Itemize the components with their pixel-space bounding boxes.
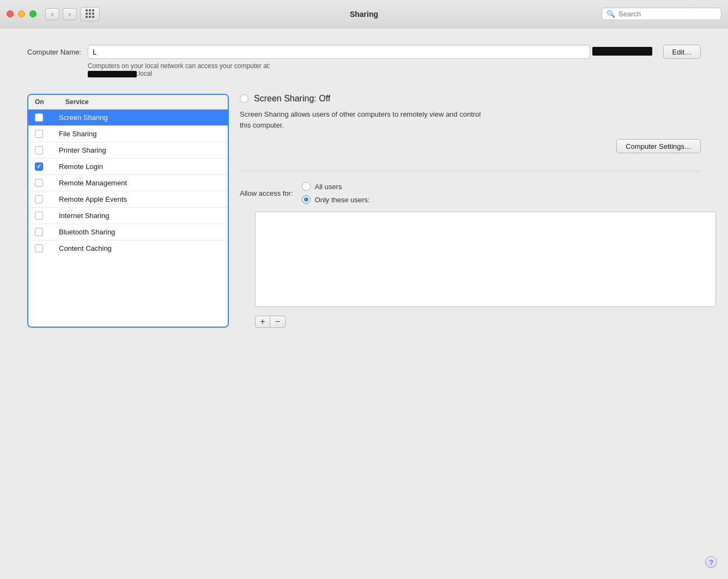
all-users-option[interactable]: All users (302, 182, 370, 191)
service-row-internet-sharing[interactable]: Internet Sharing (28, 208, 228, 224)
computer-name-input[interactable] (88, 45, 590, 59)
close-button[interactable] (7, 10, 14, 17)
nav-buttons: ‹ › (45, 8, 77, 20)
add-user-button[interactable]: + (255, 316, 270, 328)
computer-settings-button[interactable]: Computer Settings… (616, 139, 701, 153)
checkbox-col (35, 130, 59, 138)
search-box[interactable]: 🔍 (602, 8, 721, 20)
content-caching-label: Content Caching (59, 244, 112, 252)
remote-login-label: Remote Login (59, 162, 103, 171)
all-users-radio[interactable] (302, 182, 311, 191)
service-description: Screen Sharing allows users of other com… (240, 109, 701, 130)
traffic-lights (7, 10, 37, 17)
right-panel: Screen Sharing: Off Screen Sharing allow… (240, 94, 701, 328)
service-row-printer-sharing[interactable]: Printer Sharing (28, 142, 228, 159)
service-title-row: Screen Sharing: Off (240, 94, 701, 104)
checkbox-col (35, 113, 59, 122)
computer-name-section: Computer Name: Computers on your local n… (27, 45, 701, 77)
internet-sharing-label: Internet Sharing (59, 212, 110, 220)
local-info-text: Computers on your local network can acce… (88, 62, 270, 70)
printer-sharing-checkbox[interactable] (35, 146, 43, 154)
users-controls: + − (255, 316, 701, 328)
screen-sharing-label: Screen Sharing (59, 113, 108, 122)
remote-apple-events-label: Remote Apple Events (59, 195, 127, 203)
window-title: Sharing (350, 10, 378, 19)
file-sharing-label: File Sharing (59, 130, 96, 138)
checkbox-col (35, 212, 59, 220)
main-panel: On Service Screen Sharing File Sharing (27, 94, 701, 328)
allow-access-row: Allow access for: All users Only these u… (240, 182, 701, 204)
forward-button[interactable]: › (63, 8, 77, 20)
grid-view-button[interactable] (80, 7, 100, 21)
remote-login-checkbox[interactable] (35, 162, 43, 171)
search-input[interactable] (618, 10, 717, 18)
back-button[interactable]: ‹ (45, 8, 59, 20)
divider (240, 171, 701, 171)
maximize-button[interactable] (29, 10, 37, 17)
access-radio-group: All users Only these users: (302, 182, 370, 204)
checkbox-col (35, 179, 59, 187)
remove-user-button[interactable]: − (270, 316, 286, 328)
checkbox-col (35, 195, 59, 203)
service-title-radio[interactable] (240, 94, 248, 103)
remote-management-label: Remote Management (59, 179, 127, 187)
file-sharing-checkbox[interactable] (35, 130, 43, 138)
local-address-redacted (88, 71, 137, 77)
checkbox-col (35, 146, 59, 154)
services-header: On Service (28, 95, 228, 110)
search-icon: 🔍 (606, 10, 615, 18)
bluetooth-sharing-checkbox[interactable] (35, 228, 43, 236)
printer-sharing-label: Printer Sharing (59, 146, 106, 154)
only-these-users-label: Only these users: (315, 196, 370, 204)
allow-access-section: Allow access for: All users Only these u… (240, 182, 701, 328)
help-button[interactable]: ? (705, 556, 717, 568)
service-row-remote-management[interactable]: Remote Management (28, 175, 228, 191)
only-these-users-option[interactable]: Only these users: (302, 195, 370, 204)
internet-sharing-checkbox[interactable] (35, 212, 43, 220)
service-row-bluetooth-sharing[interactable]: Bluetooth Sharing (28, 224, 228, 240)
remote-apple-events-checkbox[interactable] (35, 195, 43, 203)
services-list: On Service Screen Sharing File Sharing (27, 94, 229, 328)
grid-icon (86, 9, 95, 19)
computer-name-redacted (592, 47, 652, 56)
checkbox-col (35, 228, 59, 236)
service-row-file-sharing[interactable]: File Sharing (28, 126, 228, 142)
allow-access-label: Allow access for: (240, 189, 293, 197)
all-users-label: All users (315, 183, 342, 191)
screen-sharing-checkbox[interactable] (35, 113, 43, 122)
computer-name-label: Computer Name: (27, 45, 81, 56)
minimize-button[interactable] (18, 10, 25, 17)
computer-name-right: Computers on your local network can acce… (88, 45, 652, 77)
service-row-remote-login[interactable]: Remote Login (28, 159, 228, 175)
edit-button[interactable]: Edit… (663, 45, 701, 59)
bluetooth-sharing-label: Bluetooth Sharing (59, 228, 115, 236)
service-row-remote-apple-events[interactable]: Remote Apple Events (28, 191, 228, 208)
service-row-content-caching[interactable]: Content Caching (28, 240, 228, 256)
services-col-on: On (35, 98, 65, 106)
local-suffix: .local (137, 70, 152, 77)
users-list-box (255, 212, 716, 307)
services-col-service: Service (65, 98, 221, 106)
service-title: Screen Sharing: Off (254, 94, 330, 104)
main-content: Computer Name: Computers on your local n… (0, 28, 728, 339)
checkbox-col (35, 244, 59, 252)
checkbox-col (35, 162, 59, 171)
remote-management-checkbox[interactable] (35, 179, 43, 187)
content-caching-checkbox[interactable] (35, 244, 43, 252)
only-these-users-radio[interactable] (302, 195, 311, 204)
local-info: Computers on your local network can acce… (88, 62, 652, 77)
titlebar: ‹ › Sharing 🔍 (0, 0, 728, 28)
service-row-screen-sharing[interactable]: Screen Sharing (28, 110, 228, 126)
computer-name-input-row (88, 45, 652, 59)
